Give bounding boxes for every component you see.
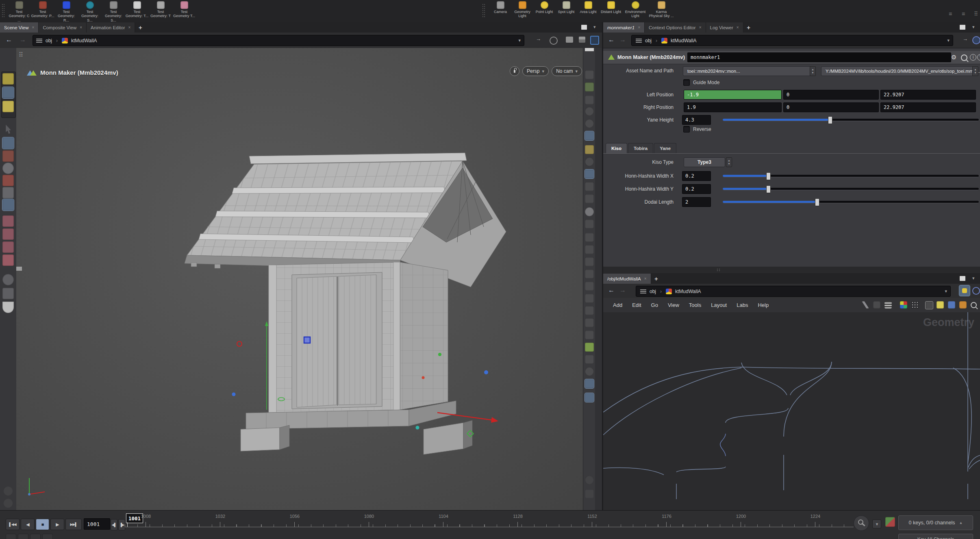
set-key-button[interactable] [854, 515, 869, 531]
reverse-checkbox[interactable] [683, 126, 690, 133]
new-tab-button[interactable]: + [743, 22, 754, 33]
maximize-pane-icon[interactable] [960, 25, 965, 30]
guide-mode-checkbox[interactable] [683, 79, 690, 86]
key-all-channels-button[interactable]: Key All Channels [898, 534, 973, 539]
maximize-pane-icon[interactable] [960, 276, 965, 281]
menu-view[interactable]: View [668, 302, 679, 308]
honn-hashira-y-field[interactable]: 0.2 [682, 184, 711, 194]
translate-tool-icon[interactable] [2, 150, 14, 162]
shade-mode-icon[interactable] [585, 131, 594, 140]
rotate-tool-icon[interactable] [2, 163, 14, 174]
slider-handle[interactable] [766, 172, 771, 180]
menu-tools[interactable]: Tools [689, 302, 701, 308]
honn-hashira-y-slider[interactable] [723, 188, 979, 190]
visibility-icon[interactable] [585, 70, 594, 79]
back-icon[interactable]: ← [608, 37, 615, 43]
smooth-shade-icon[interactable] [585, 194, 594, 203]
path-dropdown-icon[interactable]: ▾ [518, 38, 521, 43]
high-quality-icon[interactable] [585, 170, 594, 178]
memory-usage-icon[interactable] [3, 486, 13, 496]
sop-asset-icon[interactable] [608, 54, 615, 60]
kiso-type-spinner[interactable]: ▴▾ [726, 157, 732, 167]
ghost-objects-icon[interactable] [585, 83, 594, 91]
menu-labs[interactable]: Labs [737, 302, 748, 308]
customize-tools-icon[interactable] [862, 301, 869, 309]
toolbar-scroll-handle[interactable] [585, 48, 594, 51]
display-model-icon[interactable] [2, 302, 14, 313]
snap-grid-icon[interactable] [2, 215, 14, 227]
shelf-tool-distant-light[interactable]: Distant Light [599, 1, 623, 18]
path-field[interactable]: obj › ktMudWallA ▾ [631, 35, 953, 46]
asset-name-spinner[interactable]: ▴▾ [810, 66, 816, 76]
tab-monnmaker1[interactable]: monnmaker1× [603, 22, 645, 33]
color-correction-icon[interactable] [585, 393, 594, 402]
key-options-dropdown[interactable]: ▾ [872, 519, 881, 528]
scale-tool-icon[interactable] [2, 175, 14, 186]
shelf-grip-2[interactable] [482, 3, 485, 17]
shelf-tool-test-geometry-pig[interactable]: Test Geometry: P... [31, 1, 54, 22]
camera-mask-icon[interactable] [585, 119, 594, 128]
go-end-button[interactable]: ▶▶▌ [65, 519, 82, 530]
forward-icon[interactable]: → [619, 37, 626, 43]
tab-context-options-editor[interactable]: Context Options Editor× [645, 22, 706, 33]
select-tool-icon[interactable] [2, 124, 14, 135]
background-image-icon[interactable] [585, 318, 594, 327]
network-grid-icon[interactable] [911, 301, 919, 309]
reference-plane-icon[interactable] [2, 288, 14, 299]
scene-viewport[interactable]: ⠿ Monn Maker (Mmb2024mv) Persp▾ No cam▾ [16, 48, 583, 510]
node-name-field[interactable]: monnmaker1 [687, 52, 951, 62]
shelf-tool-karma-physical-sky[interactable]: Karma Physical Sky ... [648, 1, 675, 18]
menu-layout[interactable]: Layout [711, 302, 727, 308]
point-numbers-icon[interactable] [585, 245, 594, 254]
normals-display-icon[interactable] [585, 157, 594, 166]
path-node[interactable]: ktMudWallA [71, 38, 97, 43]
yane-height-field[interactable]: 4.3 [682, 115, 711, 125]
tab-composite-view[interactable]: Composite View× [39, 22, 87, 33]
shelf-tool-environment-light[interactable]: Environment Light [623, 1, 648, 18]
close-icon[interactable]: × [638, 25, 640, 30]
viewport-snapshot-icon[interactable] [585, 379, 594, 388]
asset-path-dropdown[interactable]: Y:/MMB2024MV/lib/tools/houdini/20.0/MMB2… [821, 66, 976, 76]
material-display-icon[interactable] [585, 182, 594, 191]
maximize-pane-icon[interactable] [581, 25, 587, 30]
folder-tab-yane[interactable]: Yane [654, 143, 676, 153]
layers-icon[interactable] [585, 330, 594, 339]
snap-point-icon[interactable] [2, 241, 14, 253]
asset-name-dropdown[interactable]: toei::mmb2024mv::mon... [683, 66, 813, 76]
pose-tool-icon[interactable] [2, 187, 14, 198]
menu-go[interactable]: Go [651, 302, 658, 308]
message-log-icon[interactable] [3, 498, 13, 508]
close-icon[interactable]: × [128, 25, 130, 30]
lock-display-icon[interactable] [585, 96, 594, 104]
new-tab-button[interactable]: + [135, 22, 146, 33]
shelf-grip[interactable] [2, 3, 5, 17]
dodai-length-slider[interactable] [723, 201, 979, 203]
pane-menu-icon[interactable]: ▾ [972, 276, 975, 281]
right-position-x-field[interactable]: 1.9 [684, 102, 782, 112]
forward-icon[interactable]: → [20, 37, 26, 43]
back-icon[interactable]: ← [6, 37, 12, 43]
prim-numbers-icon[interactable] [585, 270, 594, 278]
uv-overlay-icon[interactable] [585, 306, 594, 315]
current-sop-tool-icon[interactable] [2, 199, 14, 211]
pane-menu-icon[interactable]: ▾ [972, 24, 975, 30]
shelf-tool-test-geometry-toy[interactable]: Test Geometry T... [172, 1, 196, 22]
path-field[interactable]: obj › ktMudWallA ▾ [636, 286, 951, 297]
snap-magnet-icon[interactable] [2, 254, 14, 266]
shelf-tool-test-geometry-rubber[interactable]: Test Geometry: R... [54, 1, 78, 22]
close-icon[interactable]: × [32, 25, 35, 30]
gear-icon[interactable]: ⚙ [951, 54, 956, 61]
null-display-icon[interactable] [585, 107, 594, 116]
tab-scene-view[interactable]: Scene View× [0, 22, 39, 33]
yane-height-slider[interactable] [723, 119, 979, 121]
forward-icon[interactable]: → [619, 287, 626, 293]
left-position-x-field[interactable]: -1.9 [684, 90, 782, 100]
orbit-mode-icon[interactable] [2, 274, 14, 285]
asset-gallery-icon[interactable] [959, 301, 967, 309]
new-tab-button[interactable]: + [651, 274, 662, 284]
pane-split-icon[interactable] [579, 37, 585, 43]
menu-help[interactable]: Help [758, 302, 769, 308]
path-dropdown-icon[interactable]: ▾ [947, 38, 950, 43]
shelf-tool-spot-light[interactable]: Spot Light [555, 1, 577, 18]
pen-display-icon[interactable] [585, 233, 594, 242]
